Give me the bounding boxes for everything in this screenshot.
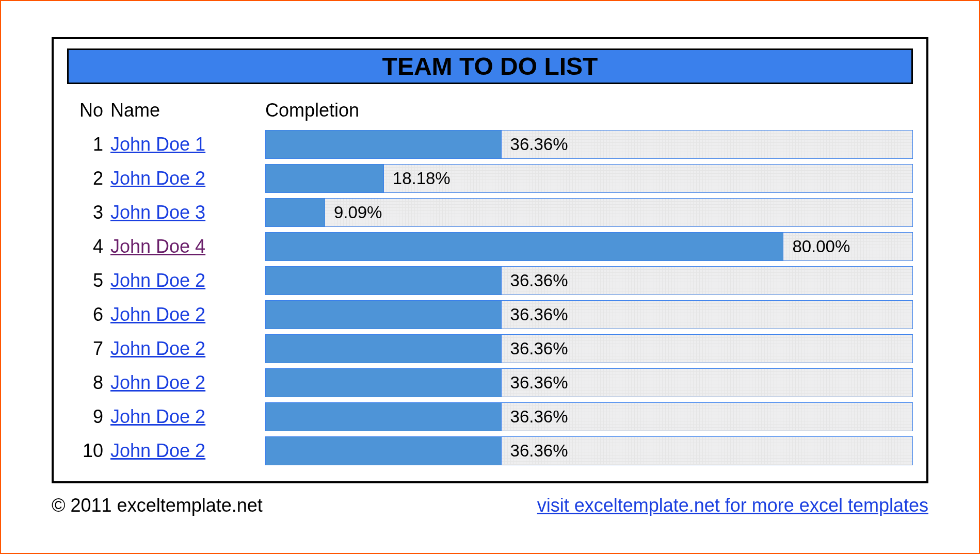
row-completion: 9.09%: [265, 198, 913, 227]
row-name: John Doe 2: [110, 372, 265, 394]
progress-bar: 36.36%: [265, 402, 913, 431]
more-templates-link[interactable]: visit exceltemplate.net for more excel t…: [537, 495, 928, 516]
progress-bar: 36.36%: [265, 300, 913, 329]
progress-bar: 18.18%: [265, 164, 913, 193]
table-row: 4John Doe 480.00%: [67, 230, 913, 264]
progress-fill: [266, 131, 502, 158]
progress-fill: [266, 335, 502, 363]
member-link[interactable]: John Doe 2: [110, 270, 205, 291]
member-link[interactable]: John Doe 2: [110, 372, 205, 393]
progress-bar: 9.09%: [265, 198, 913, 227]
table-row: 8John Doe 236.36%: [67, 366, 913, 400]
row-no: 4: [67, 236, 110, 257]
progress-fill: [266, 165, 384, 192]
row-completion: 36.36%: [265, 368, 913, 397]
member-link[interactable]: John Doe 2: [110, 304, 205, 325]
row-no: 9: [67, 406, 110, 428]
header-no: No: [67, 100, 110, 121]
row-no: 2: [67, 168, 110, 189]
table-row: 3John Doe 39.09%: [67, 195, 913, 230]
table-header: No Name Completion: [67, 93, 913, 127]
row-no: 5: [67, 270, 110, 291]
row-completion: 36.36%: [265, 402, 913, 431]
member-link[interactable]: John Doe 2: [110, 440, 205, 461]
title-bar: TEAM TO DO LIST: [67, 48, 913, 84]
progress-fill: [266, 369, 502, 397]
table-row: 2John Doe 218.18%: [67, 161, 913, 195]
table-row: 7John Doe 236.36%: [67, 332, 913, 366]
progress-label: 36.36%: [501, 135, 568, 154]
progress-label: 36.36%: [501, 373, 568, 393]
progress-fill: [266, 301, 502, 329]
member-link[interactable]: John Doe 2: [110, 168, 205, 189]
progress-fill: [266, 233, 783, 260]
footer: © 2011 exceltemplate.net visit exceltemp…: [52, 495, 928, 516]
table-row: 6John Doe 236.36%: [67, 298, 913, 332]
progress-bar: 36.36%: [265, 130, 913, 159]
progress-bar: 36.36%: [265, 436, 913, 465]
row-no: 8: [67, 372, 110, 394]
row-name: John Doe 2: [110, 406, 265, 428]
progress-bar: 36.36%: [265, 334, 913, 363]
progress-bar: 36.36%: [265, 266, 913, 295]
table-row: 5John Doe 236.36%: [67, 264, 913, 298]
progress-label: 9.09%: [325, 203, 382, 222]
row-no: 1: [67, 134, 110, 155]
progress-label: 36.36%: [501, 305, 568, 324]
header-name: Name: [110, 100, 265, 121]
progress-fill: [266, 403, 502, 431]
copyright-text: © 2011 exceltemplate.net: [52, 495, 263, 516]
progress-label: 36.36%: [501, 271, 568, 290]
progress-label: 36.36%: [501, 407, 568, 427]
progress-bar: 80.00%: [265, 232, 913, 261]
table-row: 9John Doe 236.36%: [67, 400, 913, 434]
row-no: 3: [67, 202, 110, 223]
progress-fill: [266, 199, 325, 226]
progress-label: 80.00%: [783, 237, 850, 256]
member-link[interactable]: John Doe 2: [110, 406, 205, 427]
table-row: 10John Doe 236.36%: [67, 434, 913, 468]
row-completion: 36.36%: [265, 130, 913, 159]
table-row: 1John Doe 136.36%: [67, 127, 913, 161]
row-name: John Doe 2: [110, 270, 265, 291]
row-completion: 36.36%: [265, 436, 913, 465]
row-completion: 36.36%: [265, 334, 913, 363]
row-name: John Doe 2: [110, 338, 265, 360]
row-name: John Doe 2: [110, 168, 265, 189]
row-no: 10: [67, 440, 110, 462]
frame: TEAM TO DO LIST No Name Completion 1John…: [0, 0, 980, 554]
panel: TEAM TO DO LIST No Name Completion 1John…: [52, 37, 928, 483]
row-name: John Doe 4: [110, 236, 265, 257]
row-no: 6: [67, 304, 110, 325]
row-name: John Doe 2: [110, 440, 265, 462]
todo-table: No Name Completion 1John Doe 136.36%2Joh…: [67, 93, 913, 468]
page-title: TEAM TO DO LIST: [382, 53, 598, 80]
row-completion: 36.36%: [265, 266, 913, 295]
row-completion: 36.36%: [265, 300, 913, 329]
row-completion: 18.18%: [265, 164, 913, 193]
row-name: John Doe 3: [110, 202, 265, 223]
progress-label: 18.18%: [383, 169, 451, 188]
progress-fill: [266, 267, 502, 295]
member-link[interactable]: John Doe 1: [110, 134, 205, 155]
progress-label: 36.36%: [501, 339, 568, 359]
row-name: John Doe 2: [110, 304, 265, 325]
member-link[interactable]: John Doe 2: [110, 338, 205, 359]
member-link[interactable]: John Doe 3: [110, 202, 205, 223]
progress-fill: [266, 437, 502, 465]
member-link[interactable]: John Doe 4: [110, 236, 205, 257]
header-completion: Completion: [265, 100, 913, 121]
row-completion: 80.00%: [265, 232, 913, 261]
row-name: John Doe 1: [110, 134, 265, 155]
row-no: 7: [67, 338, 110, 360]
progress-label: 36.36%: [501, 441, 568, 461]
progress-bar: 36.36%: [265, 368, 913, 397]
